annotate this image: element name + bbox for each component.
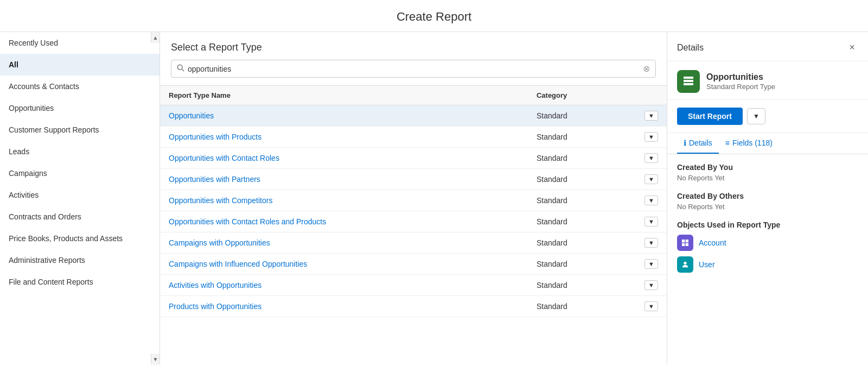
user-icon — [677, 256, 693, 273]
report-category-cell: Standard▼ — [528, 211, 667, 232]
table-row[interactable]: OpportunitiesStandard▼ — [160, 105, 667, 127]
details-panel-title: Details — [677, 43, 704, 53]
search-bar: ⊗ — [171, 60, 656, 78]
category-label: Standard — [537, 260, 567, 268]
report-type-name-cell[interactable]: Opportunities with Contact Roles — [160, 148, 528, 169]
row-dropdown-button[interactable]: ▼ — [644, 280, 658, 290]
table-row[interactable]: Opportunities with PartnersStandard▼ — [160, 169, 667, 190]
search-clear-icon[interactable]: ⊗ — [643, 64, 650, 74]
select-report-title: Select a Report Type — [171, 42, 656, 53]
tab-label: Details — [689, 139, 712, 147]
report-table: Report Type Name Category OpportunitiesS… — [160, 85, 667, 364]
sidebar-item-admin-reports[interactable]: Administrative Reports — [0, 249, 159, 271]
created-by-others-value: No Reports Yet — [677, 203, 858, 211]
report-category-cell: Standard▼ — [528, 296, 667, 317]
sidebar-item-recently-used[interactable]: Recently Used — [0, 32, 159, 54]
sidebar-item-activities[interactable]: Activities — [0, 184, 159, 206]
objects-list: AccountUser — [677, 235, 858, 273]
report-category-cell: Standard▼ — [528, 232, 667, 254]
table-row[interactable]: Opportunities with Contact RolesStandard… — [160, 148, 667, 169]
svg-rect-2 — [682, 240, 685, 242]
tab-label: Fields (118) — [732, 139, 773, 147]
category-label: Standard — [537, 196, 567, 205]
detail-tabs: ℹ Details≡ Fields (118) — [667, 133, 868, 154]
table-row[interactable]: Opportunities with Contact Roles and Pro… — [160, 211, 667, 232]
svg-rect-3 — [686, 240, 688, 242]
category-label: Standard — [537, 175, 567, 184]
report-category-cell: Standard▼ — [528, 169, 667, 190]
report-type-name-cell[interactable]: Opportunities with Products — [160, 127, 528, 148]
category-label: Standard — [537, 111, 567, 120]
category-label: Standard — [537, 133, 567, 141]
svg-rect-5 — [686, 243, 688, 246]
tab-fields-tab[interactable]: ≡ Fields (118) — [719, 133, 779, 154]
report-type-name-cell[interactable]: Opportunities with Competitors — [160, 190, 528, 211]
table-row[interactable]: Activities with OpportunitiesStandard▼ — [160, 275, 667, 296]
svg-point-0 — [177, 65, 182, 70]
search-icon — [177, 64, 184, 73]
created-by-others-section: Created By Others No Reports Yet — [677, 192, 858, 211]
report-type-name-cell[interactable]: Campaigns with Influenced Opportunities — [160, 254, 528, 275]
start-report-dropdown[interactable]: ▼ — [747, 108, 765, 124]
report-type-name-cell[interactable]: Products with Opportunities — [160, 296, 528, 317]
tab-details-tab[interactable]: ℹ Details — [677, 133, 719, 154]
report-type-name-cell[interactable]: Campaigns with Opportunities — [160, 232, 528, 254]
close-button[interactable]: × — [846, 41, 858, 54]
action-buttons: Start Report ▼ — [667, 100, 868, 133]
report-type-name-cell[interactable]: Opportunities — [160, 105, 528, 127]
report-category-cell: Standard▼ — [528, 275, 667, 296]
sidebar-item-file-content[interactable]: File and Content Reports — [0, 271, 159, 293]
objects-label: Objects Used in Report Type — [677, 221, 858, 229]
page-title: Create Report — [0, 0, 868, 32]
table-row[interactable]: Opportunities with ProductsStandard▼ — [160, 127, 667, 148]
sidebar-item-all[interactable]: All — [0, 54, 159, 75]
row-dropdown-button[interactable]: ▼ — [644, 111, 658, 121]
table-row[interactable]: Products with OpportunitiesStandard▼ — [160, 296, 667, 317]
tab-icon: ≡ — [725, 139, 730, 147]
row-dropdown-button[interactable]: ▼ — [644, 259, 658, 269]
sidebar-item-contracts-orders[interactable]: Contracts and Orders — [0, 206, 159, 228]
table-row[interactable]: Opportunities with CompetitorsStandard▼ — [160, 190, 667, 211]
sidebar-item-price-books[interactable]: Price Books, Products and Assets — [0, 228, 159, 249]
report-type-header: Opportunities Standard Report Type — [667, 61, 868, 100]
start-report-button[interactable]: Start Report — [677, 108, 743, 125]
report-category-cell: Standard▼ — [528, 148, 667, 169]
account-name[interactable]: Account — [699, 238, 726, 247]
sidebar-scroll-down[interactable]: ▼ — [151, 354, 159, 364]
sidebar-scroll-up[interactable]: ▲ — [151, 32, 159, 43]
row-dropdown-button[interactable]: ▼ — [644, 153, 658, 163]
report-rows: OpportunitiesStandard▼Opportunities with… — [160, 105, 667, 317]
sidebar-item-leads[interactable]: Leads — [0, 141, 159, 162]
report-category-cell: Standard▼ — [528, 105, 667, 127]
report-category-cell: Standard▼ — [528, 190, 667, 211]
row-dropdown-button[interactable]: ▼ — [644, 238, 658, 248]
sidebar-item-campaigns[interactable]: Campaigns — [0, 162, 159, 184]
sidebar-item-accounts-contacts[interactable]: Accounts & Contacts — [0, 75, 159, 97]
category-label: Standard — [537, 302, 567, 311]
report-type-name-cell[interactable]: Opportunities with Contact Roles and Pro… — [160, 211, 528, 232]
table-row[interactable]: Campaigns with OpportunitiesStandard▼ — [160, 232, 667, 254]
report-type-name-cell[interactable]: Activities with Opportunities — [160, 275, 528, 296]
sidebar-item-customer-support[interactable]: Customer Support Reports — [0, 119, 159, 141]
object-item-account: Account — [677, 235, 858, 251]
svg-point-6 — [684, 262, 686, 265]
report-type-icon — [677, 70, 700, 93]
row-dropdown-button[interactable]: ▼ — [644, 196, 658, 205]
right-panel-header: Details × — [667, 32, 868, 61]
category-label: Standard — [537, 154, 567, 162]
row-dropdown-button[interactable]: ▼ — [644, 301, 658, 311]
col-report-type-name: Report Type Name — [160, 86, 528, 105]
user-name[interactable]: User — [699, 260, 715, 269]
row-dropdown-button[interactable]: ▼ — [644, 217, 658, 226]
row-dropdown-button[interactable]: ▼ — [644, 174, 658, 184]
sidebar-item-opportunities[interactable]: Opportunities — [0, 97, 159, 119]
report-type-name-cell[interactable]: Opportunities with Partners — [160, 169, 528, 190]
report-category-cell: Standard▼ — [528, 127, 667, 148]
report-type-table: Report Type Name Category OpportunitiesS… — [160, 85, 667, 317]
search-input[interactable] — [188, 65, 643, 73]
created-by-you-value: No Reports Yet — [677, 174, 858, 182]
report-type-name: Opportunities — [706, 72, 775, 82]
table-row[interactable]: Campaigns with Influenced OpportunitiesS… — [160, 254, 667, 275]
category-label: Standard — [537, 281, 567, 290]
row-dropdown-button[interactable]: ▼ — [644, 132, 658, 142]
